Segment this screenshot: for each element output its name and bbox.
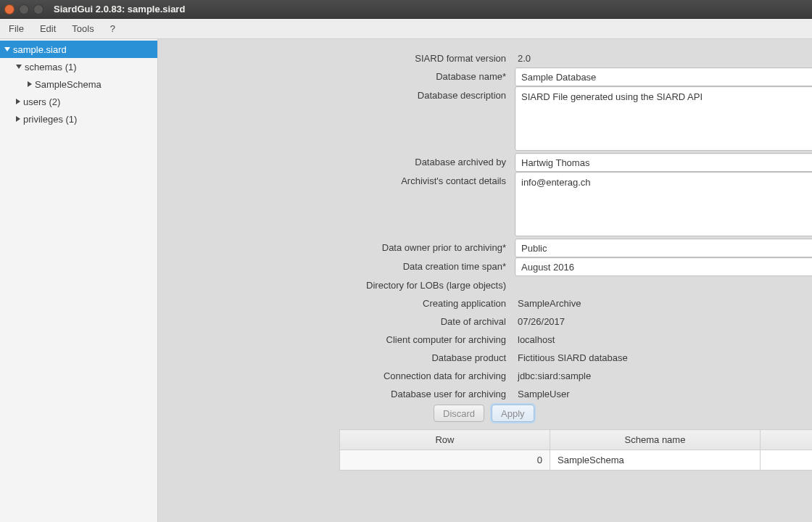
tree-item-label: privileges (1) xyxy=(23,114,77,125)
label-timespan: Data creation time span* xyxy=(158,257,506,276)
label-archivist-contact: Archivist's contact details xyxy=(158,172,506,190)
input-timespan[interactable] xyxy=(515,257,812,276)
label-db-user: Database user for archiving xyxy=(158,385,506,403)
apply-button[interactable]: Apply xyxy=(492,405,534,422)
chevron-right-icon xyxy=(16,116,20,122)
schema-table: Row Schema name Tables 0 SampleSchema 2 xyxy=(339,429,812,471)
label-client-computer: Client computer for archiving xyxy=(158,331,506,349)
chevron-right-icon xyxy=(16,99,20,104)
label-connection: Connection data for archiving xyxy=(158,367,506,385)
minimize-icon[interactable] xyxy=(19,4,29,14)
value-connection: jdbc:siard:sample xyxy=(515,367,812,385)
sidebar: sample.siard schemas (1) SampleSchema us… xyxy=(0,39,158,522)
tree-item-users[interactable]: users (2) xyxy=(0,93,157,110)
col-row[interactable]: Row xyxy=(340,430,550,450)
maximize-icon[interactable] xyxy=(33,4,44,14)
value-archival-date: 07/26/2017 xyxy=(515,312,812,331)
input-data-owner[interactable] xyxy=(515,239,812,257)
input-archived-by[interactable] xyxy=(515,153,812,172)
value-client-computer: localhost xyxy=(515,331,812,349)
label-data-owner: Data owner prior to archiving* xyxy=(158,239,506,257)
label-db-product: Database product xyxy=(158,349,506,367)
chevron-down-icon xyxy=(16,65,22,69)
label-archived-by: Database archived by xyxy=(158,153,506,171)
close-icon[interactable] xyxy=(4,4,14,14)
tree-item-label: SampleSchema xyxy=(35,79,102,90)
cell-schema-name: SampleSchema xyxy=(550,450,761,471)
menu-help[interactable]: ? xyxy=(110,23,115,34)
tree-item-privileges[interactable]: privileges (1) xyxy=(0,110,157,128)
window-title: SiardGui 2.0.83: sample.siard xyxy=(54,4,185,14)
tree-item-label: schemas (1) xyxy=(25,62,77,72)
label-lob-dir: Directory for LOBs (large objects) xyxy=(158,276,506,294)
input-archivist-contact[interactable] xyxy=(515,172,812,236)
label-archival-date: Date of archival xyxy=(158,312,506,331)
menu-edit[interactable]: Edit xyxy=(40,23,56,34)
value-db-product: Fictitious SIARD database xyxy=(515,349,812,367)
cell-row-index: 0 xyxy=(340,450,550,471)
input-db-name[interactable] xyxy=(515,67,812,86)
value-creating-app: SampleArchive xyxy=(515,294,812,312)
tree-root[interactable]: sample.siard xyxy=(0,41,157,58)
chevron-down-icon xyxy=(4,47,10,51)
col-tables[interactable]: Tables xyxy=(761,430,813,450)
titlebar: SiardGui 2.0.83: sample.siard xyxy=(0,0,812,19)
cell-tables: 2 xyxy=(761,450,813,471)
value-lob-dir xyxy=(515,276,812,283)
menu-bar: File Edit Tools ? xyxy=(0,19,812,39)
value-format-version: 2.0 xyxy=(515,49,812,67)
discard-button[interactable]: Discard xyxy=(434,405,484,422)
value-db-user: SampleUser xyxy=(515,385,812,403)
col-schema-name[interactable]: Schema name xyxy=(550,430,761,450)
label-db-desc: Database description xyxy=(158,86,506,104)
label-db-name: Database name* xyxy=(158,67,506,86)
chevron-right-icon xyxy=(28,81,32,87)
tree-item-sample-schema[interactable]: SampleSchema xyxy=(0,75,157,93)
tree-item-label: users (2) xyxy=(23,96,60,107)
content-area: SIARD format version 2.0 Database name* … xyxy=(158,39,812,522)
table-row[interactable]: 0 SampleSchema 2 xyxy=(340,450,813,471)
menu-tools[interactable]: Tools xyxy=(72,23,94,34)
tree-root-label: sample.siard xyxy=(13,44,67,55)
tree-item-schemas[interactable]: schemas (1) xyxy=(0,58,157,75)
menu-file[interactable]: File xyxy=(9,23,24,34)
label-format-version: SIARD format version xyxy=(158,49,506,67)
input-db-desc[interactable] xyxy=(515,86,812,151)
label-creating-app: Creating application xyxy=(158,294,506,312)
